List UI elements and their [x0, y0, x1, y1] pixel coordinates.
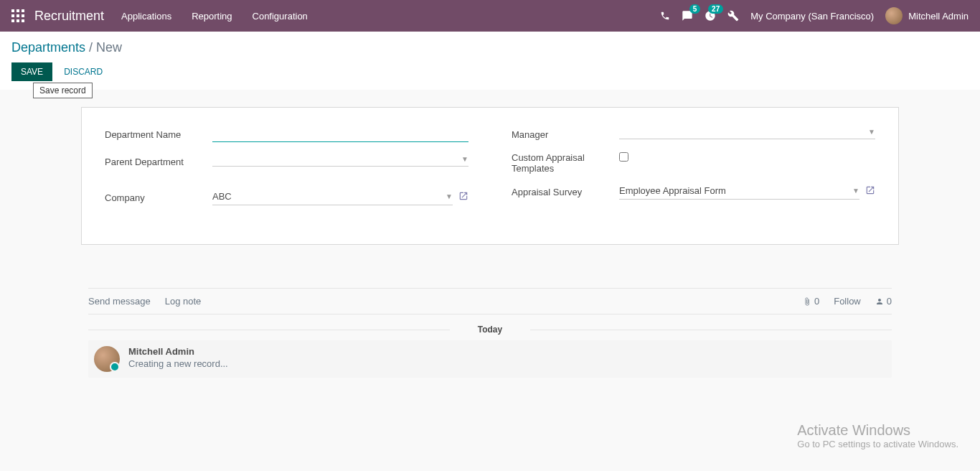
- action-buttons: SAVE DISCARD Save record: [11, 62, 969, 81]
- parent-department-label: Parent Department: [105, 152, 212, 167]
- custom-templates-label: Custom Appraisal Templates: [512, 152, 619, 174]
- external-link-icon[interactable]: [458, 191, 468, 203]
- svg-rect-4: [17, 14, 19, 17]
- nav-item-configuration[interactable]: Configuration: [253, 11, 308, 22]
- appraisal-survey-select[interactable]: Employee Appraisal Form ▼: [619, 182, 859, 200]
- form-right-column: Manager ▼ Custom Appraisal Templates: [512, 125, 875, 215]
- message-avatar-icon: [94, 346, 120, 372]
- caret-down-icon: ▼: [446, 192, 453, 200]
- user-name: Mitchell Admin: [908, 11, 969, 22]
- message-body: Creating a new record...: [128, 358, 228, 369]
- discard-button[interactable]: DISCARD: [55, 63, 111, 80]
- user-menu[interactable]: Mitchell Admin: [885, 7, 969, 24]
- chatter-topbar: Send message Log note 0 Follow 0: [88, 288, 892, 314]
- svg-rect-8: [22, 19, 24, 22]
- caret-down-icon: ▼: [868, 128, 875, 136]
- appraisal-survey-label: Appraisal Survey: [512, 182, 619, 197]
- user-avatar-icon: [885, 7, 903, 24]
- follow-button[interactable]: Follow: [834, 296, 861, 307]
- top-navbar: Recruitment Applications Reporting Confi…: [0, 0, 980, 32]
- attachments-count[interactable]: 0: [803, 296, 819, 307]
- svg-rect-7: [17, 19, 19, 22]
- department-name-input[interactable]: [212, 125, 468, 142]
- svg-rect-2: [22, 9, 24, 12]
- followers-number: 0: [887, 296, 892, 307]
- activities-badge: 27: [708, 4, 723, 14]
- nav-item-applications[interactable]: Applications: [121, 11, 171, 22]
- send-message-button[interactable]: Send message: [88, 296, 151, 307]
- app-brand[interactable]: Recruitment: [34, 9, 104, 24]
- manager-label: Manager: [512, 125, 619, 140]
- form-sheet: Department Name Parent Department ▼: [81, 107, 899, 245]
- appraisal-survey-value: Employee Appraisal Form: [619, 185, 726, 196]
- apps-icon[interactable]: [11, 9, 24, 22]
- nav-right: 5 27 My Company (San Francisco) Mitchell…: [660, 7, 969, 24]
- nav-item-reporting[interactable]: Reporting: [192, 11, 232, 22]
- caret-down-icon: ▼: [461, 155, 468, 163]
- messages-icon[interactable]: 5: [682, 10, 693, 22]
- breadcrumb-sep: /: [89, 40, 96, 55]
- date-label: Today: [478, 325, 502, 335]
- paperclip-icon: [803, 297, 811, 306]
- phone-icon[interactable]: [660, 11, 670, 21]
- debug-icon[interactable]: [727, 10, 739, 22]
- messages-badge: 5: [689, 4, 701, 14]
- breadcrumb-root[interactable]: Departments: [11, 40, 85, 55]
- chatter: Send message Log note 0 Follow 0 Today M…: [88, 288, 892, 378]
- date-separator: Today: [88, 325, 892, 335]
- message-author: Mitchell Admin: [128, 346, 228, 357]
- svg-rect-5: [22, 14, 24, 17]
- svg-rect-6: [11, 19, 14, 22]
- main-area: Department Name Parent Department ▼: [0, 107, 980, 378]
- followers-count[interactable]: 0: [875, 296, 892, 307]
- activities-icon[interactable]: 27: [705, 10, 716, 22]
- breadcrumb-current: New: [96, 40, 122, 55]
- svg-rect-3: [11, 14, 14, 17]
- save-button[interactable]: SAVE: [11, 62, 52, 81]
- parent-department-select[interactable]: ▼: [212, 152, 468, 167]
- custom-templates-checkbox[interactable]: [619, 152, 628, 162]
- company-select[interactable]: ABC ▼: [212, 188, 453, 205]
- save-tooltip: Save record: [33, 83, 93, 98]
- external-link-icon[interactable]: [865, 185, 875, 197]
- attachments-number: 0: [814, 296, 819, 307]
- caret-down-icon: ▼: [852, 187, 859, 195]
- person-icon: [875, 297, 884, 306]
- department-name-label: Department Name: [105, 125, 212, 140]
- svg-rect-1: [17, 9, 19, 12]
- manager-select[interactable]: ▼: [619, 125, 875, 139]
- form-left-column: Department Name Parent Department ▼: [105, 125, 468, 215]
- company-label: Company: [105, 188, 212, 203]
- nav-menu: Applications Reporting Configuration: [121, 11, 308, 22]
- company-switcher[interactable]: My Company (San Francisco): [750, 11, 874, 22]
- breadcrumb: Departments / New: [11, 40, 969, 55]
- chatter-message: Mitchell Admin Creating a new record...: [88, 340, 892, 378]
- control-panel: Departments / New SAVE DISCARD Save reco…: [0, 32, 980, 90]
- company-value: ABC: [212, 191, 232, 202]
- svg-rect-0: [11, 9, 14, 12]
- log-note-button[interactable]: Log note: [165, 296, 202, 307]
